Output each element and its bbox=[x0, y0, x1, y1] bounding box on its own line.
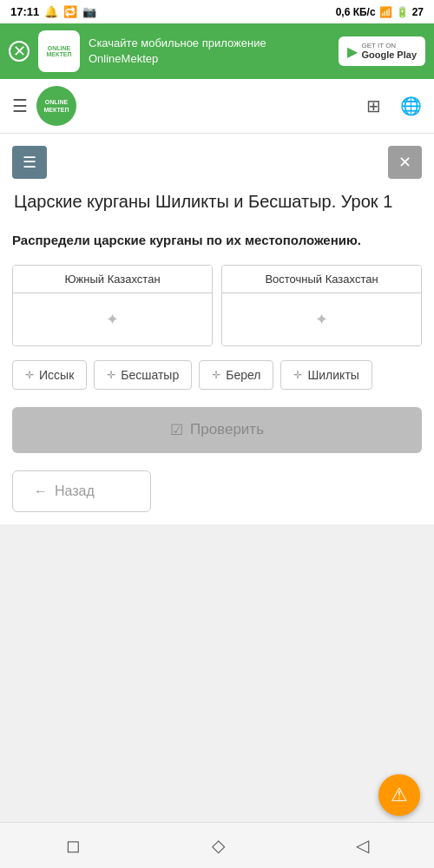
status-icon2: 🔁 bbox=[63, 5, 77, 18]
nav-back-button[interactable]: ◁ bbox=[339, 832, 386, 859]
content-close-button[interactable]: ✕ bbox=[388, 146, 422, 179]
app-banner: ✕ ONLINE МЕКТЕП Скачайте мобильное прило… bbox=[0, 23, 434, 79]
drag-items-container: ✛ Иссык ✛ Бесшатыр ✛ Берел ✛ Шиликты bbox=[12, 360, 422, 390]
drop-zones-container: Южный Казахстан ✦ Восточный Казахстан ✦ bbox=[12, 265, 422, 346]
content-menu-button[interactable]: ☰ bbox=[12, 146, 47, 179]
battery-level: 27 bbox=[412, 6, 424, 18]
signal-icon: 📶 bbox=[379, 6, 392, 18]
language-globe-icon[interactable]: 🌐 bbox=[400, 95, 422, 116]
content-close-icon: ✕ bbox=[398, 154, 411, 171]
status-bar: 17:11 🔔 🔁 📷 0,6 КБ/с 📶 🔋 27 bbox=[0, 0, 434, 23]
check-icon: ☑ bbox=[170, 421, 183, 439]
status-left: 17:11 🔔 🔁 📷 bbox=[10, 5, 96, 18]
get-it-on-label: GET IT ON bbox=[361, 42, 417, 49]
main-content: ☰ ✕ Царские курганы Шиликты и Бесшатыр. … bbox=[0, 134, 434, 524]
hamburger-menu-icon[interactable]: ☰ bbox=[12, 95, 28, 116]
drag-item-berel[interactable]: ✛ Берел bbox=[199, 360, 273, 390]
drop-zone-south-placeholder: ✦ bbox=[106, 310, 119, 329]
drag-item-besshatyr-label: Бесшатыр bbox=[121, 368, 179, 382]
drop-zone-south-header: Южный Казахстан bbox=[13, 266, 212, 293]
nav-logo-top: ONLINE bbox=[45, 98, 68, 106]
google-play-text: Google Play bbox=[361, 49, 417, 61]
bottom-nav: ◻ ◇ ◁ bbox=[0, 822, 434, 868]
drag-handle-berel: ✛ bbox=[212, 369, 220, 381]
banner-logo-top: ONLINE bbox=[48, 45, 70, 51]
banner-text: Скачайте мобильное приложение OnlineMekt… bbox=[89, 36, 330, 67]
status-speed: 0,6 КБ/с bbox=[336, 6, 376, 18]
check-button[interactable]: ☑ Проверить bbox=[12, 407, 422, 453]
back-button[interactable]: ← Назад bbox=[12, 470, 151, 512]
status-icon3: 📷 bbox=[82, 5, 96, 18]
drag-item-shilikty[interactable]: ✛ Шиликты bbox=[280, 360, 372, 390]
nav-square-button[interactable]: ◻ bbox=[49, 832, 98, 859]
drop-zone-east-body[interactable]: ✦ bbox=[222, 293, 421, 345]
navbar: ☰ ONLINE МЕКТЕП ⊞ 🌐 bbox=[0, 79, 434, 134]
google-play-label: GET IT ON Google Play bbox=[361, 42, 417, 61]
drop-zone-east[interactable]: Восточный Казахстан ✦ bbox=[221, 265, 422, 346]
status-icon1: 🔔 bbox=[44, 5, 58, 18]
back-arrow-icon: ← bbox=[34, 483, 48, 499]
banner-close-button[interactable]: ✕ bbox=[9, 41, 30, 62]
drag-handle-shilikty: ✛ bbox=[293, 369, 302, 381]
drop-zone-south-body[interactable]: ✦ bbox=[13, 293, 212, 345]
nav-diamond-button[interactable]: ◇ bbox=[194, 832, 242, 859]
warning-icon: ⚠ bbox=[391, 784, 408, 806]
battery-icon: 🔋 bbox=[396, 6, 409, 18]
status-right: 0,6 КБ/с 📶 🔋 27 bbox=[336, 6, 424, 18]
play-icon: ▶ bbox=[347, 43, 358, 60]
exercise-instruction: Распредели царские курганы по их местопо… bbox=[12, 231, 422, 251]
content-menu-icon: ☰ bbox=[23, 154, 36, 171]
banner-logo: ONLINE МЕКТЕП bbox=[38, 30, 80, 72]
drag-handle-issyk: ✛ bbox=[25, 369, 34, 381]
banner-close-icon: ✕ bbox=[13, 42, 26, 61]
drop-zone-east-placeholder: ✦ bbox=[315, 310, 328, 329]
check-button-label: Проверить bbox=[190, 421, 264, 438]
toolbar-row: ☰ ✕ bbox=[12, 146, 422, 179]
nav-logo-bottom: МЕКТЕП bbox=[44, 106, 69, 114]
drag-item-shilikty-label: Шиликты bbox=[307, 368, 358, 382]
drop-zone-east-header: Восточный Казахстан bbox=[222, 266, 421, 293]
warning-fab[interactable]: ⚠ bbox=[378, 774, 420, 816]
drag-item-besshatyr[interactable]: ✛ Бесшатыр bbox=[94, 360, 192, 390]
drag-item-berel-label: Берел bbox=[226, 368, 260, 382]
google-play-button[interactable]: ▶ GET IT ON Google Play bbox=[339, 36, 425, 66]
drop-zone-south[interactable]: Южный Казахстан ✦ bbox=[12, 265, 213, 346]
drag-item-issyk[interactable]: ✛ Иссык bbox=[12, 360, 87, 390]
nav-logo: ONLINE МЕКТЕП bbox=[36, 86, 76, 126]
drag-item-issyk-label: Иссык bbox=[39, 368, 74, 382]
drag-handle-besshatyr: ✛ bbox=[107, 369, 115, 381]
banner-logo-bottom: МЕКТЕП bbox=[47, 51, 72, 57]
grid-view-icon[interactable]: ⊞ bbox=[366, 95, 381, 116]
status-time: 17:11 bbox=[10, 5, 39, 18]
back-button-label: Назад bbox=[55, 483, 95, 499]
page-title: Царские курганы Шиликты и Бесшатыр. Урок… bbox=[12, 189, 422, 214]
